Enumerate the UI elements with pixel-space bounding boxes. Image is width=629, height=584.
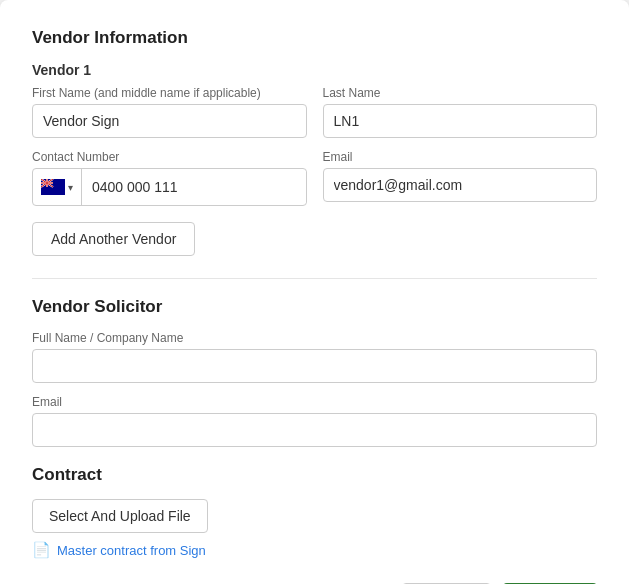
email-input[interactable] [323, 168, 598, 202]
solicitor-email-label: Email [32, 395, 597, 409]
last-name-input[interactable] [323, 104, 598, 138]
first-name-input[interactable] [32, 104, 307, 138]
master-contract-link[interactable]: Master contract from Sign [57, 543, 206, 558]
phone-number-input[interactable] [82, 171, 306, 203]
solicitor-section-title: Vendor Solicitor [32, 297, 597, 317]
contact-number-group: Contact Number [32, 150, 307, 206]
first-name-label: First Name (and middle name if applicabl… [32, 86, 307, 100]
email-label: Email [323, 150, 598, 164]
vendor-form-card: Vendor Information Vendor 1 First Name (… [0, 0, 629, 584]
file-link-row: 📄 Master contract from Sign [32, 541, 597, 559]
solicitor-fullname-group: Full Name / Company Name [32, 331, 597, 383]
phone-input-wrapper: ▾ [32, 168, 307, 206]
section-divider [32, 278, 597, 279]
section-title: Vendor Information [32, 28, 597, 48]
add-vendor-button[interactable]: Add Another Vendor [32, 222, 195, 256]
australia-flag-icon [41, 179, 65, 195]
chevron-down-icon: ▾ [68, 182, 73, 193]
country-code-selector[interactable]: ▾ [33, 169, 82, 205]
contract-section: Contract Select And Upload File 📄 Master… [32, 465, 597, 559]
solicitor-email-input[interactable] [32, 413, 597, 447]
name-row: First Name (and middle name if applicabl… [32, 86, 597, 138]
select-upload-file-button[interactable]: Select And Upload File [32, 499, 208, 533]
last-name-group: Last Name [323, 86, 598, 138]
contact-number-label: Contact Number [32, 150, 307, 164]
file-document-icon: 📄 [32, 541, 51, 559]
vendor-label: Vendor 1 [32, 62, 597, 78]
solicitor-fullname-input[interactable] [32, 349, 597, 383]
first-name-group: First Name (and middle name if applicabl… [32, 86, 307, 138]
solicitor-fullname-label: Full Name / Company Name [32, 331, 597, 345]
vendor-solicitor-section: Vendor Solicitor Full Name / Company Nam… [32, 297, 597, 447]
contract-section-title: Contract [32, 465, 597, 485]
email-group: Email [323, 150, 598, 206]
contact-row: Contact Number [32, 150, 597, 206]
last-name-label: Last Name [323, 86, 598, 100]
solicitor-email-group: Email [32, 395, 597, 447]
